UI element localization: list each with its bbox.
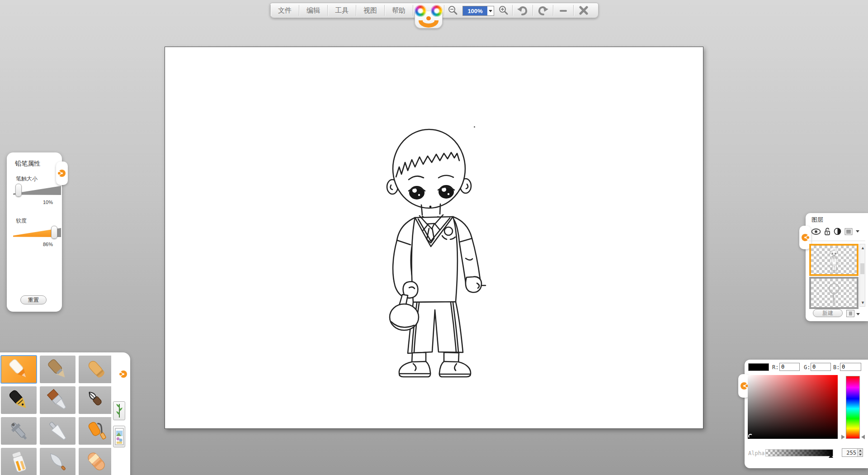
alpha-spinner: 255 (842, 448, 863, 457)
layer-menu-icon[interactable] (844, 228, 853, 235)
panel-title: 铅笔属性 (15, 160, 40, 168)
chevron-down-icon[interactable] (856, 313, 860, 315)
zoom-in-icon (498, 5, 509, 16)
r-input[interactable] (779, 363, 800, 371)
eye-icon[interactable] (811, 228, 821, 235)
alpha-increment-button[interactable] (858, 449, 863, 452)
alpha-slider[interactable] (765, 449, 833, 456)
tool-grid (1, 356, 114, 475)
undo-button[interactable] (513, 3, 533, 18)
triangle-down-icon (859, 454, 862, 456)
colored-pencil-icon (46, 357, 70, 382)
tool-pencil[interactable] (1, 356, 37, 383)
grip-dot-icon (119, 373, 122, 375)
tool-crayon[interactable] (79, 356, 114, 383)
stray-pencil-mark (474, 126, 475, 128)
close-button[interactable] (574, 3, 594, 18)
grip-dot-icon (58, 172, 61, 175)
scroll-down-icon[interactable]: ▼ (861, 301, 865, 305)
blend-icon[interactable] (834, 228, 841, 235)
minimize-button[interactable] (553, 3, 573, 18)
current-color-swatch[interactable] (748, 363, 769, 371)
zoom-out-icon (448, 5, 458, 16)
tool-palette-side-strip (111, 352, 127, 475)
grip-dot-icon (807, 236, 809, 239)
tool-eraser[interactable] (79, 448, 114, 475)
softness-handle[interactable] (51, 226, 57, 239)
saturation-value-picker[interactable] (748, 375, 838, 439)
reset-button[interactable]: 重置 (20, 295, 47, 304)
redo-icon (537, 5, 549, 16)
menu-view[interactable]: 视图 (356, 3, 384, 18)
brush-size-handle[interactable] (15, 184, 22, 197)
layers-scrollbar[interactable]: ▲ ▼ (859, 244, 865, 307)
tool-palette-panel (0, 352, 130, 475)
menu-help[interactable]: 帮助 (385, 3, 413, 18)
scroll-up-icon[interactable]: ▲ (861, 246, 865, 250)
divider (808, 241, 865, 241)
menu-edit[interactable]: 编辑 (299, 3, 327, 18)
fountain-pen-icon (7, 388, 31, 413)
zoom-in-button[interactable] (495, 3, 512, 18)
alpha-marker[interactable] (829, 455, 833, 458)
clown-eye-icon (431, 5, 443, 17)
carving-knife-icon (46, 450, 70, 474)
triangle-up-icon (859, 450, 862, 451)
unlock-icon[interactable] (824, 228, 830, 235)
b-input[interactable] (840, 363, 861, 371)
pencil-properties-panel: 铅笔属性 笔触大小 10% 软度 86% 重置 (7, 152, 62, 312)
g-label: G: (804, 364, 810, 370)
picture-stamp-button[interactable] (113, 426, 125, 447)
close-icon (579, 6, 588, 15)
clown-smile-icon (419, 20, 439, 28)
tool-ink-brush[interactable] (79, 386, 114, 414)
layers-title: 图层 (811, 216, 823, 224)
zoom-level-select[interactable]: 100% (462, 6, 494, 16)
plant-stamp-button[interactable] (113, 401, 125, 420)
palette-knife-icon (46, 419, 70, 443)
hue-pointer-left[interactable] (841, 435, 845, 439)
menu-file[interactable]: 文件 (271, 3, 299, 18)
drawing-canvas[interactable] (165, 47, 703, 429)
tool-flat-brush[interactable] (40, 386, 75, 414)
brush-size-label: 笔触大小 (16, 175, 38, 183)
chevron-down-icon[interactable] (856, 230, 859, 233)
alpha-value: 255 (842, 449, 857, 456)
zoom-out-button[interactable] (444, 3, 462, 18)
new-layer-button[interactable]: 新建 (813, 309, 843, 317)
hue-pointer-right[interactable] (861, 435, 865, 439)
alpha-decrement-button[interactable] (858, 452, 863, 456)
tool-airbrush[interactable] (1, 417, 37, 445)
minimize-icon (559, 6, 568, 15)
g-input[interactable] (811, 363, 831, 371)
layer-options-button[interactable] (846, 310, 854, 317)
palette-collapse-handle[interactable] (118, 362, 129, 386)
crayon-icon (85, 357, 109, 382)
flat-brush-icon (46, 388, 70, 413)
clown-nose-icon (426, 16, 431, 20)
zoom-dropdown-button[interactable] (487, 6, 494, 15)
tool-paint-roller[interactable] (79, 417, 114, 445)
picture-stamp-icon (115, 428, 124, 445)
clown-eye-icon (415, 5, 426, 17)
tool-fountain-pen[interactable] (1, 386, 37, 414)
menu-tools[interactable]: 工具 (328, 3, 356, 18)
layer-2-preview (825, 280, 843, 306)
panel-collapse-handle[interactable] (56, 162, 68, 185)
alpha-label: Alpha (748, 450, 764, 456)
scrollbar-thumb[interactable] (860, 263, 864, 274)
brush-size-slider[interactable] (13, 185, 61, 196)
layers-panel: 图层 ▲ ▼ 新建 (806, 213, 868, 321)
b-label: B: (833, 364, 840, 370)
chevron-down-icon (489, 10, 492, 12)
layer-1-thumbnail[interactable] (809, 244, 859, 276)
redo-button[interactable] (533, 3, 553, 18)
tool-carving-knife[interactable] (40, 448, 75, 475)
tool-colored-pencil[interactable] (40, 356, 75, 383)
softness-slider[interactable] (13, 227, 61, 238)
layer-2-thumbnail[interactable] (809, 277, 859, 309)
tool-palette-knife[interactable] (40, 417, 75, 445)
hue-slider[interactable] (846, 376, 860, 439)
tool-paint-bottle[interactable] (1, 448, 37, 475)
color-picker-panel: R: G: B: Alpha 255 (745, 360, 868, 468)
